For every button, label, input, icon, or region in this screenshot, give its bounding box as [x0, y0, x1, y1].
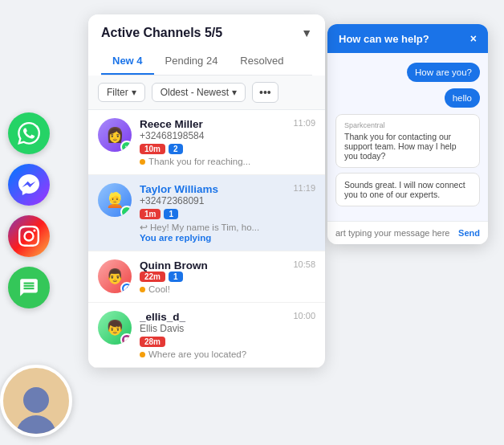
chat-header-title: How can we help?	[339, 33, 429, 45]
tabs-container: New 4 Pending 24 Resolved	[101, 48, 312, 76]
chat-bubble-1: How are you?	[407, 63, 480, 82]
messenger-icon[interactable]	[8, 164, 50, 206]
active-channels-panel: Active Channels 5/5 ▼ New 4 Pending 24 R…	[88, 14, 325, 368]
tag-10m: 10m	[140, 144, 165, 154]
contact-item-taylor-williams[interactable]: 👱 Taylor Williams +32472368091 1m 1 ↩Hey…	[88, 175, 325, 251]
tag-1m: 1m	[140, 209, 161, 219]
whatsapp-icon[interactable]	[8, 112, 50, 154]
instagram-channel-badge-ellis	[120, 333, 132, 345]
tag-1: 1	[164, 209, 178, 219]
tab-new[interactable]: New 4	[101, 48, 154, 75]
contact-info-quinn: Quinn Brown 22m 1 Cool!	[140, 259, 288, 294]
whatsapp-channel-badge-taylor	[120, 206, 132, 217]
support-label: Sparkcentral	[344, 121, 471, 129]
sort-label: Oldest - Newest	[161, 87, 229, 98]
sort-button[interactable]: Oldest - Newest ▾	[152, 83, 246, 102]
contact-tags-reece: 10m 2	[140, 144, 288, 154]
status-dot-reece	[140, 159, 145, 165]
instagram-icon[interactable]	[8, 215, 50, 257]
contact-tags-quinn: 22m 1	[140, 271, 288, 282]
user-avatar-large	[0, 365, 72, 437]
channel-title: Active Channels 5/5	[101, 26, 222, 40]
support-message-2: Sounds great. I will now connect you to …	[335, 173, 480, 206]
chat-close-button[interactable]: ×	[470, 32, 477, 45]
contact-name-taylor: Taylor Williams	[140, 183, 288, 195]
chat-bubble-2: hello	[445, 88, 480, 108]
contact-realname-ellis: Ellis Davis	[140, 323, 288, 334]
contact-item-ellis-davis[interactable]: 👦 _ellis_d_ Ellis Davis 28m Where are yo…	[88, 303, 325, 368]
contact-time-reece: 11:09	[293, 118, 315, 128]
status-dot-quinn	[140, 287, 145, 292]
tab-resolved[interactable]: Resolved	[229, 48, 295, 75]
contact-phone-reece: +32468198584	[140, 130, 288, 141]
contact-info-reece: Reece Miller +32468198584 10m 2 Thank yo…	[140, 118, 288, 166]
contact-time-quinn: 10:58	[293, 259, 315, 269]
contact-tags-taylor: 1m 1	[140, 209, 288, 219]
contact-right-reece: 11:09	[288, 118, 315, 128]
contact-right-quinn: 10:58	[288, 259, 315, 269]
contact-preview-quinn: Cool!	[140, 284, 288, 294]
filter-button[interactable]: Filter ▾	[98, 83, 145, 102]
contact-avatar-reece: 👩	[98, 118, 132, 152]
support-text: Thank you for contacting our support tea…	[344, 132, 471, 161]
contact-info-ellis: _ellis_d_ Ellis Davis 28m Where are you …	[140, 311, 288, 359]
contact-right-taylor: 11:19	[288, 183, 315, 193]
whatsapp-channel-badge	[120, 141, 132, 152]
contact-time-taylor: 11:19	[293, 183, 315, 193]
facebook-channel-badge-quinn	[120, 282, 132, 293]
contact-preview-ellis: Where are you located?	[140, 349, 288, 359]
replying-label-taylor: You are replying	[140, 233, 288, 243]
more-icon: •••	[259, 86, 271, 99]
chat-input-row: Send	[327, 221, 488, 244]
filter-chevron-icon: ▾	[132, 87, 136, 98]
filter-label: Filter	[107, 87, 128, 98]
social-icons-panel	[8, 112, 50, 308]
support-text-2: Sounds great. I will now connect you to …	[344, 180, 471, 199]
contact-name-reece: Reece Miller	[140, 118, 288, 130]
chat-widget: How can we help? × How are you? hello Sp…	[327, 24, 488, 244]
contact-phone-taylor: +32472368091	[140, 195, 288, 206]
contact-list: 👩 Reece Miller +32468198584 10m 2 Thank …	[88, 110, 325, 368]
tag-2: 2	[169, 144, 183, 154]
contact-right-ellis: 10:00	[288, 311, 315, 320]
sort-chevron-icon: ▾	[232, 87, 237, 98]
contact-name-quinn: Quinn Brown	[140, 259, 288, 271]
support-message: Sparkcentral Thank you for contacting ou…	[335, 114, 480, 168]
chat-header: How can we help? ×	[327, 24, 488, 53]
tag-22m: 22m	[140, 271, 165, 282]
contact-preview-taylor: ↩Hey! My name is Tim, ho...	[140, 222, 288, 233]
contact-tags-ellis: 28m	[140, 337, 288, 347]
chevron-down-icon[interactable]: ▼	[301, 27, 312, 39]
imessage-icon[interactable]	[8, 267, 50, 308]
contact-item-reece-miller[interactable]: 👩 Reece Miller +32468198584 10m 2 Thank …	[88, 110, 325, 175]
contact-info-taylor: Taylor Williams +32472368091 1m 1 ↩Hey! …	[140, 183, 288, 243]
contact-time-ellis: 10:00	[293, 311, 315, 320]
chat-messages-area: How are you? hello Sparkcentral Thank yo…	[327, 53, 488, 221]
tag-28m: 28m	[140, 337, 165, 347]
tab-pending[interactable]: Pending 24	[154, 48, 230, 75]
contact-avatar-ellis: 👦	[98, 311, 132, 345]
chat-message-1: How are you?	[335, 63, 480, 82]
status-dot-ellis	[140, 352, 145, 357]
chat-input[interactable]	[335, 228, 458, 238]
channel-header: Active Channels 5/5 ▼ New 4 Pending 24 R…	[88, 14, 325, 76]
tag-q1: 1	[169, 271, 183, 282]
contact-preview-reece: Thank you for reaching...	[140, 157, 288, 166]
contact-item-quinn-brown[interactable]: 👨 Quinn Brown 22m 1 Cool! 10:58	[88, 251, 325, 303]
more-options-button[interactable]: •••	[252, 82, 278, 103]
chat-send-button[interactable]: Send	[458, 228, 480, 238]
contact-username-ellis: _ellis_d_	[140, 311, 288, 323]
filter-row: Filter ▾ Oldest - Newest ▾ •••	[88, 76, 325, 110]
chat-message-2: hello	[335, 88, 480, 108]
contact-avatar-quinn: 👨	[98, 259, 132, 293]
contact-avatar-taylor: 👱	[98, 183, 132, 217]
